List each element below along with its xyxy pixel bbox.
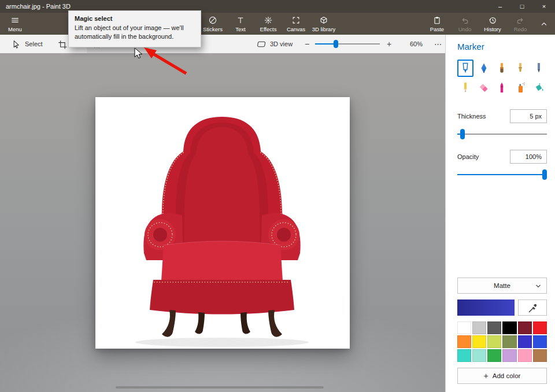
opacity-slider-thumb[interactable] [542, 169, 547, 180]
pencil-icon [459, 82, 472, 94]
color-swatch[interactable] [487, 349, 501, 362]
eraser-icon [478, 82, 490, 94]
color-swatch[interactable] [518, 335, 532, 348]
material-dropdown[interactable]: Matte [457, 278, 547, 294]
color-swatch[interactable] [502, 321, 516, 334]
tool-pencil[interactable] [457, 79, 473, 97]
eyedropper-button[interactable] [518, 299, 547, 316]
ribbon-item-effects[interactable]: Effects [254, 13, 282, 35]
pixel-pen-icon [532, 62, 545, 75]
tooltip: Magic select Lift an object out of your … [68, 10, 201, 47]
watercolor-icon [514, 62, 527, 75]
tool-pixel-pen[interactable] [531, 60, 547, 77]
hamburger-icon [10, 16, 20, 25]
color-swatch[interactable] [472, 335, 486, 348]
paste-button[interactable]: Paste [423, 13, 451, 35]
zoom-slider[interactable] [315, 40, 380, 48]
marker-icon [459, 62, 472, 75]
thickness-input[interactable]: 5 px [510, 109, 547, 123]
workspace [0, 53, 445, 392]
color-swatch[interactable] [533, 335, 547, 348]
undo-icon [460, 16, 469, 25]
tool-watercolor[interactable] [512, 60, 528, 77]
tool-eraser[interactable] [476, 79, 492, 97]
tool-marker[interactable] [457, 60, 473, 77]
tool-spray-can[interactable] [512, 79, 528, 97]
zoom-level[interactable]: 60% [404, 35, 429, 53]
thickness-slider-thumb[interactable] [460, 129, 465, 139]
ribbon-item-canvas[interactable]: Canvas [282, 13, 310, 35]
toolsbar: Select Crop Magic select 3D view − + 60%… [0, 35, 445, 53]
tool-fill[interactable] [531, 79, 547, 97]
color-swatch[interactable] [533, 321, 547, 334]
calligraphy-pen-icon [478, 62, 490, 75]
color-swatch[interactable] [502, 349, 516, 362]
tool-crayon[interactable] [494, 79, 510, 97]
side-panel: Marker [445, 35, 555, 392]
redo-icon [516, 16, 525, 25]
clipboard-icon [432, 16, 442, 25]
zoom-slider-thumb[interactable] [334, 40, 338, 48]
oil-brush-icon [495, 62, 508, 75]
horizontal-scrollbar[interactable] [116, 386, 324, 389]
tool-calligraphy-pen[interactable] [476, 60, 492, 77]
close-button[interactable]: × [533, 0, 555, 13]
collapse-ribbon-button[interactable] [534, 13, 554, 35]
color-swatch[interactable] [487, 321, 501, 334]
zoom-out-button[interactable]: − [298, 35, 316, 53]
panel-title: Marker [457, 42, 547, 51]
color-swatch[interactable] [502, 335, 516, 348]
art-tool-grid [457, 60, 547, 97]
eyedropper-icon [527, 302, 538, 313]
color-swatch[interactable] [487, 335, 501, 348]
cube-icon [319, 16, 328, 25]
thickness-label: Thickness [457, 113, 486, 120]
color-swatch[interactable] [457, 321, 471, 334]
chevron-up-icon [539, 19, 549, 28]
crop-icon [57, 39, 67, 49]
canvas-icon [291, 16, 301, 25]
color-swatch[interactable] [518, 349, 532, 362]
thickness-slider[interactable] [457, 129, 547, 139]
menu-button[interactable]: Menu [1, 13, 29, 35]
plus-icon: + [484, 371, 489, 380]
drawing-canvas[interactable] [95, 97, 350, 349]
zoom-in-button[interactable]: + [380, 35, 398, 53]
window-title: armchair.jpg - Paint 3D [6, 3, 71, 10]
fill-bucket-icon [532, 82, 545, 94]
color-palette [457, 321, 547, 362]
minimize-button[interactable]: – [489, 0, 511, 13]
tool-oil-brush[interactable] [494, 60, 510, 77]
chevron-down-icon [535, 283, 541, 289]
color-swatch[interactable] [457, 335, 471, 348]
redo-button[interactable]: Redo [506, 13, 534, 35]
ribbon-item-3d-library[interactable]: 3D library [310, 13, 338, 35]
opacity-slider[interactable] [457, 169, 547, 180]
opacity-input[interactable]: 100% [510, 150, 547, 164]
color-swatch[interactable] [533, 349, 547, 362]
crayon-icon [495, 82, 508, 94]
history-button[interactable]: History [479, 13, 506, 35]
tooltip-title: Magic select [75, 15, 195, 22]
color-swatch[interactable] [518, 321, 532, 334]
maximize-button[interactable]: □ [511, 0, 533, 13]
color-swatch[interactable] [472, 321, 486, 334]
spray-can-icon [514, 82, 527, 94]
color-swatch[interactable] [472, 349, 486, 362]
ribbon-item-text[interactable]: Text [227, 13, 254, 35]
undo-button[interactable]: Undo [451, 13, 479, 35]
add-color-button[interactable]: + Add color [457, 368, 547, 384]
3d-view-button[interactable]: 3D view [250, 35, 299, 53]
paint3d-window: armchair.jpg - Paint 3D – □ × Menu Stick… [0, 0, 555, 392]
sticker-icon [208, 16, 217, 25]
effects-icon [264, 16, 273, 25]
selected-color-gradient[interactable] [457, 299, 515, 316]
text-icon [236, 16, 245, 25]
history-icon [488, 16, 497, 25]
color-swatch[interactable] [457, 349, 471, 362]
ribbon-item-stickers[interactable]: Stickers [199, 13, 227, 35]
pointer-icon [11, 39, 21, 49]
select-button[interactable]: Select [5, 35, 49, 53]
armchair-image [95, 97, 350, 349]
tooltip-body: Lift an object out of your image — we'll… [75, 24, 195, 42]
